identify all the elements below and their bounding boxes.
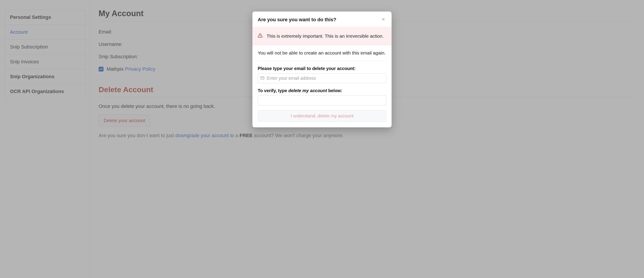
modal-header: Are you sure you want to do this? <box>252 12 392 27</box>
verify-phrase: delete my account <box>288 88 327 93</box>
close-icon <box>382 17 386 21</box>
modal-overlay[interactable]: Are you sure you want to do this? This i… <box>0 0 644 278</box>
mail-icon <box>260 76 264 81</box>
modal-title: Are you sure you want to do this? <box>258 17 336 22</box>
verify-label-prefix: To verify, type <box>258 88 288 93</box>
verify-label-suffix: below: <box>327 88 342 93</box>
modal-close-button[interactable] <box>380 16 386 23</box>
confirm-delete-modal: Are you sure you want to do this? This i… <box>252 12 392 127</box>
email-input-wrap <box>258 73 386 83</box>
modal-body-text: You will not be able to create an accoun… <box>258 50 386 56</box>
modal-alert-text: This is extremely important. This is an … <box>266 34 384 39</box>
modal-body: You will not be able to create an accoun… <box>252 45 392 127</box>
verify-phrase-input[interactable] <box>258 96 386 106</box>
confirm-email-input[interactable] <box>258 73 386 83</box>
warning-icon <box>258 33 262 39</box>
verify-input-label: To verify, type delete my account below: <box>258 88 386 93</box>
modal-body-divider <box>258 60 386 61</box>
verify-input-wrap <box>258 96 386 106</box>
modal-alert-banner: This is extremely important. This is an … <box>252 27 392 45</box>
confirm-delete-button[interactable]: I understand, delete my account <box>258 110 386 122</box>
email-input-label: Please type your email to delete your ac… <box>258 66 386 71</box>
